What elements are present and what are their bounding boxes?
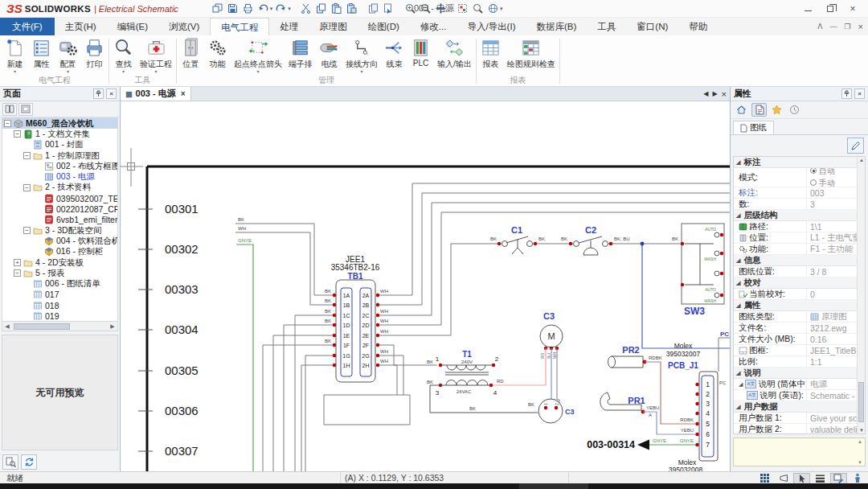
origin-destination-arrows-button[interactable]: 起点终点箭头▾ <box>231 36 285 74</box>
section-attributes[interactable]: ◢属性 <box>734 300 857 311</box>
pages-mode-frame-icon[interactable] <box>18 103 33 116</box>
search-icon[interactable] <box>471 2 485 15</box>
mdi-close-icon[interactable]: × <box>858 22 863 31</box>
c1-switch[interactable]: C1 BK BK <box>490 225 545 254</box>
tree-item-report-019[interactable]: 019 <box>2 310 117 321</box>
property-row-mark[interactable]: 标注:003 <box>734 187 857 199</box>
cut-icon[interactable] <box>299 2 313 15</box>
scrollbar-thumb[interactable] <box>14 323 70 330</box>
tree-item-3d-space-folder[interactable]: −3 - 3D配装空间 <box>2 225 117 236</box>
section-info[interactable]: ◢信息 <box>734 255 857 266</box>
tree-item-pdf-terminal[interactable]: 0395032007_TERMINA <box>2 193 117 203</box>
redo-icon[interactable] <box>274 2 288 15</box>
tree-item-fileset[interactable]: −1 - 文档文件集 <box>2 129 117 139</box>
tab-list-close-icon[interactable]: × <box>722 89 727 99</box>
property-row-user-data-1[interactable]: 用户数据 1:Give your schem <box>734 413 857 424</box>
selection-cursor-icon[interactable] <box>793 473 810 484</box>
qat-options-caret-icon[interactable]: ▾ <box>500 6 503 12</box>
menu-tab-process[interactable]: 处理 <box>269 18 309 35</box>
close-panel-icon[interactable]: × <box>854 88 865 99</box>
schematic-canvas[interactable]: 00301 00302 00303 00304 00305 00306 0030… <box>121 101 730 471</box>
tree-item-drawing-list[interactable]: 006 - 图纸清单 <box>2 278 117 289</box>
section-revision[interactable]: ◢校对 <box>734 277 857 289</box>
copy-icon[interactable] <box>314 2 328 15</box>
menu-tab-edit[interactable]: 编辑(E) <box>107 18 158 35</box>
plc-button[interactable]: PLC <box>407 36 434 68</box>
configurations-button[interactable]: 配置▾ <box>55 36 81 74</box>
property-row-path[interactable]: 路径:1\1 <box>734 221 857 232</box>
line-weight-icon[interactable] <box>812 473 829 484</box>
grid-toggle-icon[interactable] <box>756 473 773 484</box>
property-row-count[interactable]: 数:3 <box>734 199 857 210</box>
properties-scrollbar[interactable]: ▲ ▼ <box>857 157 865 434</box>
new-window-icon[interactable] <box>211 2 224 15</box>
sketch-edit-icon[interactable] <box>830 473 847 484</box>
pcb-j1-connector[interactable]: Molex 395032007 PCB_J1 1 2 3 4 5 6 7 <box>666 331 730 471</box>
tree-item-tech-docs-folder[interactable]: −2 - 技术资料 <box>2 183 117 193</box>
harness-button[interactable]: 线束 <box>381 36 407 70</box>
menu-tab-library[interactable]: 数据库(B) <box>526 18 587 35</box>
scroll-right-icon[interactable]: ▶ <box>108 323 117 330</box>
location-button[interactable]: 位置 <box>178 36 204 70</box>
history-clock-icon[interactable] <box>787 103 802 117</box>
menu-tab-electrical-project[interactable]: 电气工程 <box>210 18 269 35</box>
property-row-user-data-2[interactable]: 用户数据 2:valuable deliver... <box>734 424 857 434</box>
property-row-scale[interactable]: 比例:1:1 <box>734 356 857 368</box>
tree-item-reports-folder[interactable]: −5 - 报表 <box>2 268 117 278</box>
pages-mode-book-icon[interactable] <box>2 103 17 116</box>
verify-project-button[interactable]: 验证工程▾ <box>137 36 175 74</box>
redo-caret-icon[interactable]: ▾ <box>288 6 291 12</box>
menu-tab-draw[interactable]: 绘图(D) <box>358 18 410 35</box>
tab-next-icon[interactable]: ▶ <box>712 90 717 97</box>
reports-button[interactable]: 报表 <box>477 36 504 70</box>
find-button[interactable]: 查找▾ <box>110 36 137 74</box>
document-tab[interactable]: ▦ 003 - 电源 × <box>121 87 191 101</box>
tree-item-control-schemes-folder[interactable]: −1 - 控制原理图 <box>2 150 117 161</box>
edit-pencil-icon[interactable] <box>847 138 864 154</box>
copy-sheet-icon[interactable] <box>366 2 380 15</box>
schematic-drawing[interactable]: 00301 00302 00303 00304 00305 00306 0030… <box>121 101 730 471</box>
menu-tab-modify[interactable]: 修改... <box>410 18 457 35</box>
preview-zoom-icon[interactable] <box>2 454 18 470</box>
pin-icon[interactable] <box>93 88 104 99</box>
memo-scroll-down-icon[interactable]: ▼ <box>856 460 864 465</box>
save-icon[interactable] <box>226 2 240 15</box>
print-icon[interactable] <box>241 2 255 15</box>
property-row-sheet-type[interactable]: 图纸类型:原理图 <box>734 311 857 323</box>
property-row-description-zh[interactable]: ◢A文说明 (简体中文电源 <box>734 379 857 390</box>
tree-item-pdf-filter[interactable]: 6vsb1_emi_filter.pdf <box>2 215 117 225</box>
wiring-direction-button[interactable]: 接线方向▾ <box>342 36 381 74</box>
scrollbar-thumb[interactable] <box>858 382 864 422</box>
c3-motor[interactable]: C3 M RD BU WH <box>491 311 563 405</box>
property-row-sheet-position[interactable]: 图纸位置:3 / 8 <box>734 266 857 277</box>
ergonomics-person-icon[interactable] <box>849 473 866 484</box>
zoom-in-icon[interactable] <box>403 2 417 15</box>
memo-scroll-up-icon[interactable]: ▲ <box>856 439 864 444</box>
property-row-filesize[interactable]: 文件大小 (MB):0.16 <box>734 334 857 345</box>
tree-item-power-page[interactable]: 003 - 电源 <box>2 171 117 182</box>
restore-button[interactable] <box>825 3 836 14</box>
tree-item-2d-panel-folder[interactable]: +4 - 2D安装板 <box>2 257 117 268</box>
scroll-down-icon[interactable]: ▼ <box>858 428 866 433</box>
property-row-description-en[interactable]: A文说明 (英语):Schematic - Pow <box>734 390 857 401</box>
properties-button[interactable]: 属性 <box>28 36 55 70</box>
tree-item-cover[interactable]: 001 - 封面 <box>2 140 117 150</box>
property-row-function[interactable]: 功能:F1 - 主功能 <box>734 244 857 255</box>
pr1-probe[interactable]: PR1 YEBU A YEBU <box>600 392 697 434</box>
section-description[interactable]: ◢说明 <box>734 368 857 379</box>
menu-tab-import-export[interactable]: 导入/导出(I) <box>457 18 526 35</box>
function-button[interactable]: 功能 <box>204 36 231 70</box>
cable-button[interactable]: 电缆 <box>316 36 342 70</box>
preview-refresh-icon[interactable] <box>21 454 37 470</box>
tree-item-report-017[interactable]: 017 <box>2 290 117 300</box>
tree-item-3d-cabinet[interactable]: 016 - 控制柜 <box>2 247 117 257</box>
tab-sheet[interactable]: 图纸 <box>733 121 774 134</box>
menu-tab-help[interactable]: 帮助 <box>678 18 718 35</box>
zoom-previous-icon[interactable] <box>419 2 432 15</box>
offpage-reference[interactable]: 003-00314 GNYE GNYE <box>587 438 697 450</box>
close-panel-icon[interactable]: × <box>106 88 117 99</box>
terminal-strip-button[interactable]: 端子排 <box>285 36 316 70</box>
tree-item-wiring-diagram[interactable]: 002 - 布线方框图 <box>2 161 117 171</box>
help-icon[interactable] <box>486 2 500 15</box>
c3-plug-connector[interactable]: 1 2 C3 BK <box>528 399 575 423</box>
